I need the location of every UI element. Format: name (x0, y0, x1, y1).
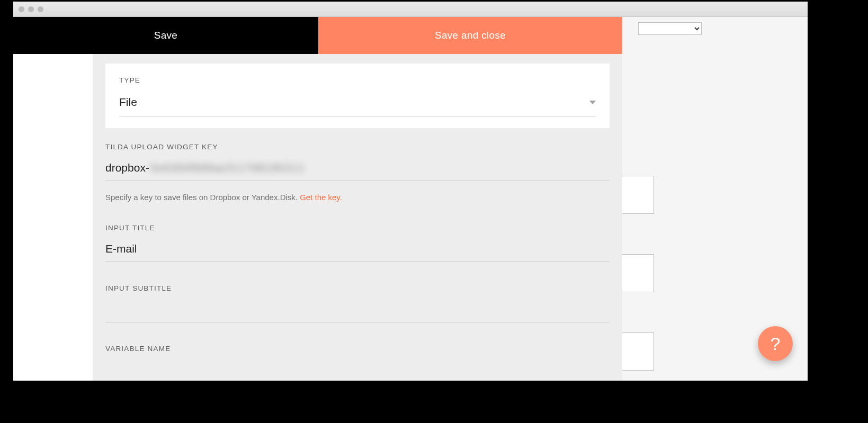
window-zoom-icon[interactable] (38, 6, 43, 12)
type-select[interactable]: File (119, 95, 596, 116)
app-window: Save Save and close TYPE File (13, 2, 808, 381)
background-panel (621, 254, 654, 292)
type-label: TYPE (119, 76, 596, 84)
variable-name-label: VARIABLE NAME (105, 345, 610, 353)
input-title-field[interactable] (105, 240, 610, 262)
save-button[interactable]: Save (13, 17, 318, 54)
background-panel (621, 332, 654, 371)
window-close-icon[interactable] (19, 6, 24, 12)
widget-key-prefix: dropbox- (105, 161, 149, 174)
type-select-value: File (119, 96, 137, 109)
help-button[interactable]: ? (758, 326, 793, 361)
form-area: TYPE File TILDA UPLOAD WIDGET KEY dropbo… (93, 54, 622, 381)
widget-key-hint: Specify a key to save files on Dropbox o… (105, 193, 610, 202)
widget-key-hint-text: Specify a key to save files on Dropbox o… (105, 193, 300, 202)
settings-modal: Save Save and close TYPE File (13, 17, 622, 381)
window-titlebar (13, 2, 808, 17)
input-subtitle-group: INPUT SUBTITLE (105, 284, 610, 322)
widget-key-group: TILDA UPLOAD WIDGET KEY dropbox- 5e6350f… (105, 143, 610, 202)
type-card: TYPE File (105, 64, 610, 128)
input-subtitle-label: INPUT SUBTITLE (105, 284, 610, 292)
background-language-select[interactable] (638, 22, 702, 35)
background-panel (621, 176, 654, 214)
chevron-down-icon (589, 101, 596, 104)
input-title-label: INPUT TITLE (105, 224, 610, 232)
widget-key-obscured: 5e6350f686acf11708185211 (150, 161, 305, 174)
input-title-group: INPUT TITLE (105, 224, 610, 262)
question-icon: ? (771, 334, 781, 354)
window-minimize-icon[interactable] (28, 6, 34, 12)
page-background: Save Save and close TYPE File (13, 17, 808, 381)
widget-key-input[interactable]: dropbox- 5e6350f686acf11708185211 (105, 159, 610, 181)
input-subtitle-field[interactable] (105, 301, 610, 322)
modal-left-rail (13, 54, 93, 381)
variable-name-group: VARIABLE NAME (105, 345, 610, 353)
widget-key-label: TILDA UPLOAD WIDGET KEY (105, 143, 610, 151)
modal-header: Save Save and close (13, 17, 622, 54)
get-the-key-link[interactable]: Get the key. (300, 193, 342, 202)
modal-body: TYPE File TILDA UPLOAD WIDGET KEY dropbo… (13, 54, 622, 381)
save-and-close-button[interactable]: Save and close (318, 17, 622, 54)
